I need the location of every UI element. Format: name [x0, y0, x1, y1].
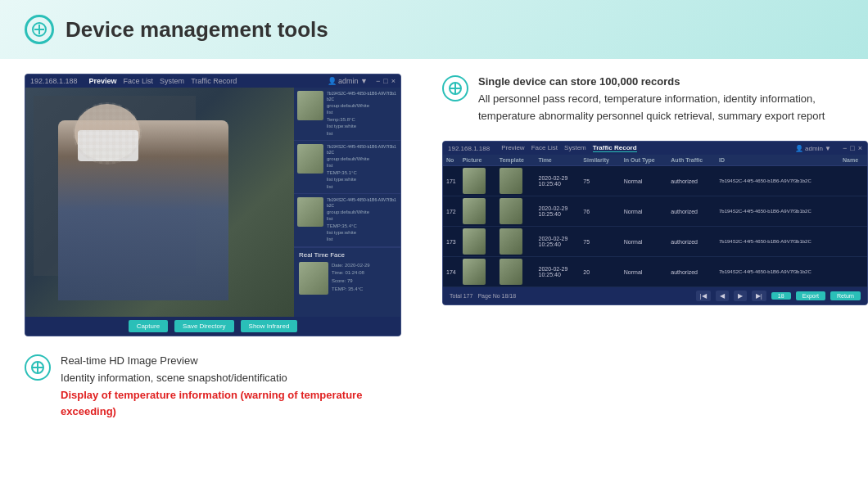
row-id: 7b194S2C-44f5-4650-b1B6-A9V7f3b1b2C	[716, 166, 839, 196]
traffic-controls: − □ ×	[843, 144, 862, 152]
row-template	[496, 166, 536, 196]
tnav-preview[interactable]: Preview	[501, 144, 524, 152]
right-feature-text: Single device can store 100,000 records …	[478, 74, 868, 124]
tnav-facelist[interactable]: Face List	[531, 144, 558, 152]
preview-nav: Preview Face List System Traffic Record	[89, 77, 319, 85]
col-time: Time	[536, 155, 581, 166]
nav-facelist[interactable]: Face List	[124, 77, 154, 85]
row-template	[496, 257, 536, 287]
row-time: 2020-02-2910:25:40	[536, 196, 581, 227]
nav-preview[interactable]: Preview	[89, 77, 117, 85]
preview-window: 192.168.1.188 Preview Face List System T…	[25, 74, 401, 336]
row-id: 7b194S2C-44f5-4650-b1B6-A9V7f3b1b2C	[716, 227, 839, 257]
preview-body: 7b194S2C-44f5-4650-b1B6-A9V7f3b1b2C grou…	[25, 88, 400, 317]
right-feature-icon	[442, 75, 468, 101]
row-picture	[459, 196, 496, 227]
left-feature-icon	[25, 354, 51, 381]
left-feature-bullet: Real-time HD Image Preview Identity info…	[25, 353, 418, 421]
face-info-2: 7b194S2C-44f5-4650-b1B6-A9V7f3b1b2C grou…	[327, 144, 397, 190]
face-thumb-1	[297, 91, 323, 120]
col-picture: Picture	[459, 155, 496, 166]
t-maximize-icon[interactable]: □	[850, 144, 854, 152]
rt-info: Date: 2020-02-29 Time: 01:24:08 Score: 7…	[332, 262, 370, 295]
face-info-3: 7b194S2C-44f5-4650-b1B6-A9V7f3b1b2C grou…	[327, 197, 397, 243]
traffic-user: 👤 admin ▼	[795, 145, 831, 152]
col-name: Name	[839, 155, 867, 166]
real-time-label: Real Time Face	[299, 251, 396, 259]
close-icon[interactable]: ×	[391, 77, 396, 85]
col-id: ID	[716, 155, 839, 166]
page-info-label: Page No 18/18	[477, 293, 516, 299]
preview-footer: Capture Save Directory Show Infrared	[25, 317, 400, 336]
row-similarity: 75	[580, 166, 620, 196]
show-infrared-button[interactable]: Show Infrared	[241, 320, 298, 332]
feature-line-2: Identity information, scene snapshot/ide…	[61, 370, 418, 387]
face-thumb-3	[297, 197, 323, 227]
maximize-icon[interactable]: □	[383, 77, 387, 85]
traffic-table: No Picture Template Time Similarity In O…	[443, 155, 867, 287]
row-name	[839, 196, 867, 227]
first-page-button[interactable]: |◀	[696, 291, 711, 301]
real-time-content: Date: 2020-02-29 Time: 01:24:08 Score: 7…	[299, 262, 396, 295]
t-close-icon[interactable]: ×	[858, 144, 862, 152]
row-no: 172	[443, 196, 459, 227]
row-similarity: 75	[580, 227, 620, 257]
row-no: 174	[443, 257, 459, 287]
rt-face-thumb	[299, 262, 328, 295]
tnav-traffic[interactable]: Traffic Record	[593, 144, 637, 152]
page-header: Device management tools	[0, 0, 868, 59]
prev-page-button[interactable]: ◀	[716, 291, 729, 301]
row-inout: Normal	[621, 166, 668, 196]
page-input[interactable]	[771, 292, 791, 300]
traffic-footer: Total 177 Page No 18/18 |◀ ◀ ▶ ▶| Export…	[443, 287, 867, 304]
main-content: 192.168.1.188 Preview Face List System T…	[0, 59, 868, 435]
row-inout: Normal	[621, 196, 668, 227]
tnav-system[interactable]: System	[564, 144, 586, 152]
traffic-titlebar: 192.168.1.188 Preview Face List System T…	[443, 142, 867, 155]
table-row: 173 2020-02-2910:25:40 75 Normal authori…	[443, 227, 867, 257]
camera-view	[25, 88, 294, 317]
face-list-sidebar: 7b194S2C-44f5-4650-b1B6-A9V7f3b1b2C grou…	[294, 88, 400, 317]
table-row: 174 2020-02-2910:25:40 20 Normal authori…	[443, 257, 867, 287]
table-row: 171 2020-02-2910:25:40 75 Normal authori…	[443, 166, 867, 196]
row-inout: Normal	[621, 227, 668, 257]
row-template	[496, 227, 536, 257]
row-time: 2020-02-2910:25:40	[536, 227, 581, 257]
row-name	[839, 166, 867, 196]
export-button[interactable]: Export	[796, 291, 825, 300]
last-page-button[interactable]: ▶|	[752, 291, 766, 301]
face-entry-3: 7b194S2C-44f5-4650-b1B6-A9V7f3b1b2C grou…	[294, 194, 400, 247]
page-title: Device management tools	[66, 17, 328, 43]
minimize-icon[interactable]: −	[376, 77, 380, 85]
traffic-window: 192.168.1.188 Preview Face List System T…	[442, 141, 868, 305]
face-thumb-2	[297, 144, 323, 174]
nav-traffic[interactable]: Traffic Record	[191, 77, 237, 85]
right-feature-bullet: Single device can store 100,000 records …	[442, 74, 868, 124]
row-id: 7b194S2C-44f5-4650-b1B6-A9V7f3b1b2C	[716, 257, 839, 287]
col-similarity: Similarity	[580, 155, 620, 166]
save-directory-button[interactable]: Save Directory	[174, 320, 233, 332]
next-page-button[interactable]: ▶	[734, 291, 747, 301]
row-template	[496, 196, 536, 227]
row-name	[839, 257, 867, 287]
col-inout: In Out Type	[621, 155, 668, 166]
nav-system[interactable]: System	[160, 77, 184, 85]
total-label: Total 177	[450, 293, 472, 299]
feature-line-1: Real-time HD Image Preview	[61, 353, 418, 370]
row-auth: authorized	[667, 257, 716, 287]
row-similarity: 20	[580, 257, 620, 287]
window-ip: 192.168.1.188	[30, 77, 78, 85]
row-auth: authorized	[667, 166, 716, 196]
capture-button[interactable]: Capture	[129, 320, 168, 332]
right-feature-title: Single device can store 100,000 records	[478, 74, 868, 91]
row-id: 7b194S2C-44f5-4650-b1B6-A9V7f3b1b2C	[716, 196, 839, 227]
row-no: 173	[443, 227, 459, 257]
table-row: 172 2020-02-2910:25:40 76 Normal authori…	[443, 196, 867, 227]
window-controls: − □ ×	[376, 77, 396, 85]
left-feature-text: Real-time HD Image Preview Identity info…	[61, 353, 418, 421]
preview-titlebar: 192.168.1.188 Preview Face List System T…	[25, 74, 400, 88]
return-button[interactable]: Return	[830, 291, 861, 300]
row-time: 2020-02-2910:25:40	[536, 257, 581, 287]
traffic-nav: Preview Face List System Traffic Record	[501, 144, 789, 152]
t-minimize-icon[interactable]: −	[843, 144, 847, 152]
